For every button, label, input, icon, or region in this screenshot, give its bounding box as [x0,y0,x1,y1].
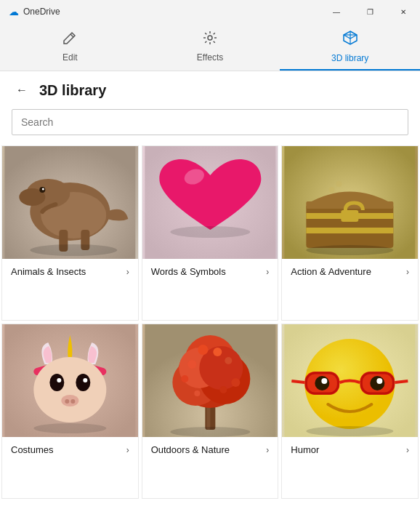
chevron-icon-costumes: › [126,445,129,455]
app-title: OneDrive [23,7,60,17]
edit-icon [62,30,78,49]
svg-point-30 [307,245,394,255]
tab-effects[interactable]: Effects [140,23,280,71]
category-image-words [142,146,278,259]
category-footer-animals: Animals & Insects › [2,259,138,284]
category-label-outdoors: Outdoors & Nature [151,444,230,455]
title-bar-left: ☁ OneDrive [9,6,60,17]
svg-point-54 [181,375,188,382]
svg-point-56 [194,390,200,396]
category-footer-costumes: Costumes › [2,437,138,462]
svg-line-8 [205,41,206,43]
list-item[interactable]: Animals & Insects › [1,145,139,321]
svg-rect-27 [342,210,359,222]
category-label-animals: Animals & Insects [11,266,86,277]
svg-line-67 [395,381,408,382]
svg-point-71 [377,378,383,384]
category-grid: Animals & Insects › [0,144,420,509]
content-area: ← 3D library [0,71,420,509]
window-controls: — ❐ ✕ [320,0,420,23]
svg-point-29 [336,181,342,187]
search-input[interactable] [12,109,408,135]
svg-line-7 [214,33,215,34]
title-bar: ☁ OneDrive — ❐ ✕ [0,0,420,23]
maximize-button[interactable]: ❐ [353,0,387,23]
tab-bar: Edit Effects 3D [0,23,420,71]
svg-point-21 [170,226,250,238]
svg-line-6 [214,41,215,43]
svg-point-53 [213,348,222,356]
svg-point-28 [329,187,335,193]
svg-rect-26 [307,228,394,233]
minimize-button[interactable]: — [320,0,353,23]
chevron-icon-humor: › [406,445,409,455]
category-image-action [282,146,418,259]
svg-point-55 [231,378,240,387]
tab-effects-label: Effects [197,52,223,63]
svg-line-66 [292,381,305,382]
close-button[interactable]: ✕ [387,0,420,23]
category-footer-outdoors: Outdoors & Nature › [142,437,278,462]
svg-point-17 [42,188,44,191]
svg-point-32 [33,357,106,422]
page-header: ← 3D library [0,71,420,106]
3dlibrary-icon [342,29,359,50]
svg-point-33 [49,374,64,391]
svg-point-57 [219,386,227,393]
svg-point-0 [208,36,212,40]
category-label-words: Words & Symbols [151,266,226,277]
svg-point-37 [61,395,78,406]
svg-point-58 [170,427,250,437]
category-image-outdoors [142,324,278,437]
category-footer-words: Words & Symbols › [142,259,278,284]
search-container [0,106,420,144]
chevron-icon-animals: › [126,267,129,277]
page-title: 3D library [39,82,106,99]
effects-icon [202,30,218,49]
svg-point-69 [371,376,385,390]
svg-point-50 [187,360,196,369]
category-footer-humor: Humor › [282,437,418,462]
tab-3dlibrary-label: 3D library [331,53,368,63]
back-button[interactable]: ← [12,80,32,100]
svg-point-70 [322,378,328,384]
svg-point-52 [198,345,208,355]
tab-3dlibrary[interactable]: 3D library [280,23,420,71]
svg-point-72 [307,426,394,436]
category-label-humor: Humor [291,444,319,455]
category-image-costumes [2,324,138,437]
category-image-animals [2,146,138,259]
svg-point-39 [70,399,75,404]
chevron-icon-action: › [406,267,409,277]
list-item[interactable]: Costumes › [1,324,139,499]
list-item[interactable]: Action & Adventure › [281,145,419,321]
tab-edit[interactable]: Edit [0,23,140,71]
chevron-icon-outdoors: › [266,445,269,455]
svg-point-36 [83,378,87,382]
svg-point-38 [65,399,69,404]
category-label-costumes: Costumes [11,444,54,455]
list-item[interactable]: Humor › [281,324,419,499]
svg-point-40 [33,423,106,433]
svg-point-51 [225,357,232,364]
category-label-action: Action & Adventure [291,266,371,277]
cloud-icon: ☁ [9,6,19,17]
category-footer-action: Action & Adventure › [282,259,418,284]
svg-point-18 [30,244,117,256]
list-item[interactable]: Words & Symbols › [142,145,279,321]
svg-line-5 [205,33,206,34]
svg-point-34 [76,374,90,391]
chevron-icon-words: › [266,267,269,277]
tab-edit-label: Edit [62,52,78,63]
svg-point-68 [315,376,330,390]
category-image-humor [282,324,418,437]
svg-point-35 [57,378,61,382]
list-item[interactable]: Outdoors & Nature › [142,324,279,499]
